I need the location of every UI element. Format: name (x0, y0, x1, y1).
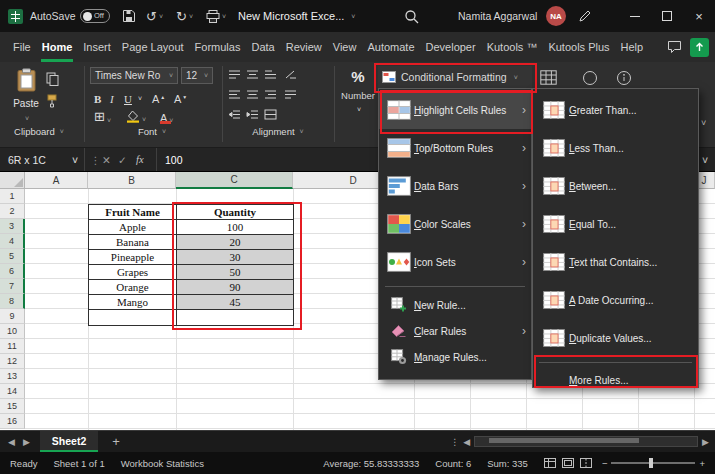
fx-icon[interactable]: fx (136, 148, 144, 171)
italic-button[interactable]: I (110, 89, 114, 105)
underline-button[interactable]: U (124, 89, 132, 105)
menu-tab-review[interactable]: Review (285, 32, 323, 62)
sheet-tab-sheet2[interactable]: Sheet2 (40, 431, 98, 452)
row-header[interactable]: 3 (0, 219, 25, 234)
align-bottom-icon[interactable] (264, 69, 277, 80)
decrease-indent-icon[interactable] (228, 109, 241, 120)
zoom-out-icon[interactable]: − (602, 458, 608, 469)
row-header[interactable]: 2 (0, 204, 25, 219)
zoom-slider[interactable] (611, 462, 695, 464)
add-sheet-button[interactable]: + (112, 434, 120, 449)
row-header[interactable]: 15 (0, 399, 25, 414)
cell-B3[interactable]: Apple (89, 220, 177, 235)
merge-center-icon[interactable] (264, 109, 277, 120)
row-header[interactable]: 7 (0, 279, 25, 294)
alignment-group-label[interactable]: Alignment˅ (224, 126, 332, 137)
cell-C2[interactable]: Quantity (177, 205, 293, 220)
cell-C5[interactable]: 30 (177, 250, 293, 265)
chevron-down-icon[interactable]: ˅ (357, 106, 361, 113)
align-center-icon[interactable] (246, 89, 259, 100)
menu-item-color-scales[interactable]: Color Scales › (379, 205, 531, 243)
quick-print-button[interactable]: ˅ (206, 0, 226, 32)
submenu-item-more-rules[interactable]: More Rules... (533, 368, 698, 393)
wrap-text-icon[interactable] (284, 89, 297, 100)
borders-button[interactable]: ⊞˅ (94, 108, 111, 124)
row-header[interactable]: 13 (0, 369, 25, 384)
redo-button[interactable]: ↻˅ (176, 0, 193, 32)
menu-tab-developer[interactable]: Developer (425, 32, 477, 62)
menu-item-top-bottom-rules[interactable]: Top/Bottom Rules › (379, 129, 531, 167)
column-header-b[interactable]: B (88, 172, 176, 189)
cell-C6[interactable]: 50 (177, 265, 293, 280)
percent-style-icon[interactable]: % (340, 68, 376, 85)
cell-C8[interactable]: 45 (177, 295, 293, 310)
sheet-nav-right-icon[interactable]: ▶ (23, 437, 30, 447)
submenu-item-less-than[interactable]: Less Than... (533, 129, 698, 167)
row-header[interactable]: 16 (0, 414, 25, 429)
document-title[interactable]: New Microsoft Exce...˅ (238, 0, 355, 32)
row-header[interactable]: 5 (0, 249, 25, 264)
column-header-c[interactable]: C (176, 172, 293, 189)
page-break-view-icon[interactable] (580, 458, 592, 468)
menu-tab-help[interactable]: Help (620, 32, 645, 62)
copy-icon[interactable] (46, 72, 59, 86)
paste-button[interactable]: Paste ˅ (8, 66, 44, 124)
row-header[interactable]: 12 (0, 354, 25, 369)
search-icon[interactable] (404, 0, 419, 32)
format-as-table-icon[interactable] (540, 70, 557, 85)
menu-tab-view[interactable]: View (332, 32, 358, 62)
submenu-item-a-date-occurring[interactable]: A Date Occurring... (533, 281, 698, 319)
menu-item-icon-sets[interactable]: Icon Sets › (379, 243, 531, 281)
conditional-formatting-button[interactable]: Conditional Formatting ˅ (378, 66, 532, 88)
zoom-in-icon[interactable]: + (699, 458, 705, 469)
menu-tab-automate[interactable]: Automate (366, 32, 415, 62)
scrollbar-thumb[interactable] (489, 438, 639, 443)
info-icon[interactable] (616, 70, 632, 86)
submenu-item-duplicate-values[interactable]: Duplicate Values... (533, 319, 698, 357)
decrease-font-size-button[interactable]: A▼ (174, 89, 187, 105)
cell-C4[interactable]: 20 (177, 235, 293, 250)
menu-item-highlight-cells-rules[interactable]: Highlight Cells Rules › (379, 91, 531, 129)
pen-icon[interactable] (578, 0, 592, 32)
share-button[interactable] (690, 38, 709, 57)
drag-handle-icon[interactable]: ⋮ (90, 148, 101, 171)
horizontal-scrollbar[interactable] (474, 436, 698, 447)
name-box[interactable]: 6R x 1C (8, 148, 46, 171)
shape-circle-icon[interactable] (582, 70, 598, 86)
enter-check-icon[interactable]: ✓ (118, 148, 127, 171)
font-name-combobox[interactable]: Times New Ro˅ (90, 67, 178, 84)
row-header[interactable]: 14 (0, 384, 25, 399)
row-header[interactable]: 9 (0, 309, 25, 324)
cell-C7[interactable]: 90 (177, 280, 293, 295)
row-header[interactable]: 4 (0, 234, 25, 249)
page-layout-view-icon[interactable] (562, 458, 574, 468)
orientation-icon[interactable] (284, 69, 297, 80)
menu-tab-kutools-plus[interactable]: Kutools Plus (547, 32, 610, 62)
row-header[interactable]: 10 (0, 324, 25, 339)
row-header[interactable]: 1 (0, 189, 25, 204)
chevron-down-icon[interactable]: ˅ (138, 95, 142, 102)
align-middle-icon[interactable] (246, 69, 259, 80)
menu-tab-kutools[interactable]: Kutools ™ (486, 32, 539, 62)
save-button[interactable] (122, 0, 136, 32)
number-group-label[interactable]: Number (336, 90, 380, 101)
scroll-left-icon[interactable]: ◀ (463, 437, 470, 447)
cell-C3-active[interactable]: 100 (177, 220, 293, 235)
submenu-item-text-that-contains[interactable]: Text that Contains... (533, 243, 698, 281)
submenu-item-equal-to[interactable]: Equal To... (533, 205, 698, 243)
zoom-slider-thumb[interactable] (649, 458, 653, 468)
increase-indent-icon[interactable] (246, 109, 259, 120)
submenu-item-between[interactable]: Between... (533, 167, 698, 205)
expand-formula-bar-icon[interactable]: ˅ (702, 148, 708, 171)
menu-item-data-bars[interactable]: Data Bars › (379, 167, 531, 205)
menu-tab-insert[interactable]: Insert (82, 32, 112, 62)
fill-color-button[interactable]: ˅ (126, 110, 146, 123)
cell-B4[interactable]: Banana (89, 235, 177, 250)
menu-item-new-rule[interactable]: New Rule... (379, 292, 531, 318)
minimize-button[interactable] (620, 0, 650, 32)
undo-button[interactable]: ↺˅ (146, 0, 163, 32)
align-right-icon[interactable] (264, 89, 277, 100)
scroll-right-icon[interactable]: ▶ (702, 437, 709, 447)
cell-B2[interactable]: Fruit Name (89, 205, 177, 220)
submenu-item-greater-than[interactable]: Greater Than... (533, 91, 698, 129)
